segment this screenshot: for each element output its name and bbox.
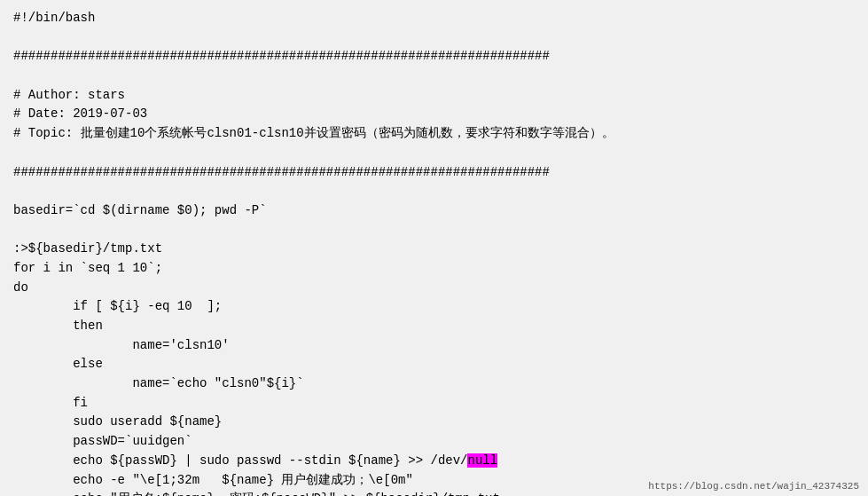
- code-line: if [ ${i} -eq 10 ];: [13, 297, 855, 317]
- code-line: # Date: 2019-07-03: [13, 105, 855, 124]
- code-line: then: [13, 317, 855, 336]
- code-line: #!/bin/bash: [13, 9, 855, 28]
- code-line: # Author: stars: [13, 86, 855, 106]
- code-line: else: [13, 355, 855, 374]
- code-line: passWD=`uuidgen`: [13, 432, 855, 452]
- code-line: name='clsn10': [13, 336, 855, 356]
- code-line: [13, 144, 855, 163]
- code-editor: #!/bin/bash ############################…: [0, 0, 868, 496]
- code-line: [13, 182, 855, 201]
- code-block: #!/bin/bash ############################…: [13, 9, 855, 496]
- code-line: # Topic: 批量创建10个系统帐号clsn01-clsn10并设置密码（密…: [13, 124, 855, 144]
- code-line: [13, 28, 855, 48]
- url-bar: https://blog.csdn.net/wajin_42374325: [648, 481, 859, 492]
- code-line: do: [13, 279, 855, 298]
- code-line: ########################################…: [13, 47, 855, 67]
- code-line: [13, 67, 855, 86]
- code-line: sudo useradd ${name}: [13, 413, 855, 432]
- code-line: basedir=`cd $(dirname $0); pwd -P`: [13, 201, 855, 221]
- code-line: name=`echo "clsn0"${i}`: [13, 374, 855, 394]
- code-line: ########################################…: [13, 163, 855, 183]
- highlighted-text: null: [467, 453, 497, 468]
- code-line: :>${basedir}/tmp.txt: [13, 240, 855, 259]
- code-line: for i in `seq 1 10`;: [13, 259, 855, 279]
- code-line: fi: [13, 394, 855, 413]
- code-line: echo ${passWD} | sudo passwd --stdin ${n…: [13, 452, 855, 471]
- code-line: [13, 221, 855, 240]
